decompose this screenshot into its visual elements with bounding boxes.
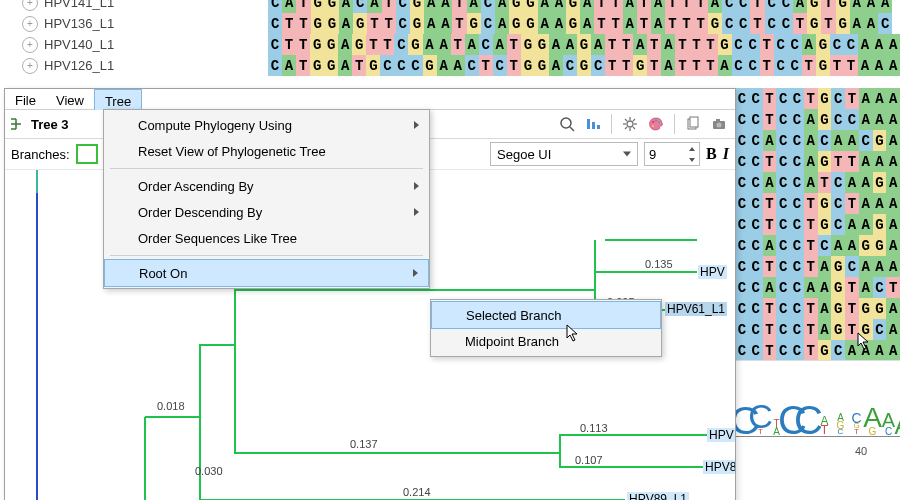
base-cell: G — [831, 277, 845, 298]
base-cell: G — [818, 340, 832, 361]
root-on-submenu: Selected Branch Midpoint Branch — [430, 299, 662, 357]
base-cell: G — [859, 298, 873, 319]
base-cell: T — [689, 55, 703, 76]
base-cell: T — [694, 0, 708, 13]
tip-label[interactable]: HPV89_L1 — [627, 492, 689, 500]
base-cell: C — [380, 55, 394, 76]
base-cell: G — [467, 13, 481, 34]
expand-icon[interactable]: + — [22, 58, 38, 74]
base-cell: A — [763, 235, 777, 256]
base-cell: A — [563, 34, 577, 55]
base-cell: C — [268, 13, 282, 34]
sort-icon[interactable] — [581, 113, 605, 135]
expand-icon[interactable]: + — [22, 0, 38, 11]
base-cell: T — [679, 0, 693, 13]
menu-item-reset-view[interactable]: Reset View of Phylogenetic Tree — [104, 138, 429, 164]
italic-button[interactable]: I — [723, 145, 729, 163]
base-cell: C — [790, 298, 804, 319]
base-cell: C — [353, 0, 367, 13]
tree-title: Tree 3 — [31, 117, 69, 132]
menu-item-order-asc[interactable]: Order Ascending By — [104, 173, 429, 199]
base-cell: G — [423, 55, 437, 76]
alignment-panel-right[interactable]: CCTCCTGCTAAACCTCCAGCCAAACCACCACAACGACCTC… — [735, 88, 900, 361]
font-size-stepper[interactable]: 9 — [644, 142, 700, 166]
base-cell: A — [661, 55, 675, 76]
menu-item-root-on[interactable]: Root On — [104, 259, 429, 287]
chevron-down-icon[interactable] — [685, 154, 699, 165]
chevron-up-icon[interactable] — [685, 143, 699, 154]
base-cell: T — [366, 34, 380, 55]
base-cell: T — [452, 0, 466, 13]
base-cell: T — [451, 34, 465, 55]
tip-label[interactable]: HPV — [707, 428, 735, 442]
base-cell: C — [790, 256, 804, 277]
palette-icon[interactable] — [644, 113, 668, 135]
camera-icon[interactable] — [707, 113, 731, 135]
tip-label[interactable]: HPV61_L1 — [665, 302, 727, 316]
base-cell: A — [886, 256, 900, 277]
base-cell: C — [749, 193, 763, 214]
list-item[interactable]: + HPV140_L1 — [0, 34, 268, 55]
base-cell: T — [763, 151, 777, 172]
base-cell: C — [776, 151, 790, 172]
base-cell: G — [509, 0, 523, 13]
base-cell: T — [804, 88, 818, 109]
base-cell: C — [749, 235, 763, 256]
list-item[interactable]: + HPV141_L1 — [0, 0, 268, 13]
base-cell: T — [804, 235, 818, 256]
expand-icon[interactable]: + — [22, 16, 38, 32]
submenu-midpoint-branch[interactable]: Midpoint Branch — [431, 328, 661, 354]
base-cell: C — [831, 172, 845, 193]
base-cell: A — [858, 34, 872, 55]
menu-item-order-desc[interactable]: Order Descending By — [104, 199, 429, 225]
base-cell: C — [776, 235, 790, 256]
zoom-icon[interactable] — [555, 113, 579, 135]
base-cell: G — [324, 34, 338, 55]
tip-label[interactable]: HPV8 — [703, 460, 735, 474]
base-cell: A — [845, 214, 859, 235]
branch-color-picker[interactable] — [76, 144, 98, 164]
base-cell: G — [873, 172, 887, 193]
sequence-name: HPV126_L1 — [44, 58, 114, 73]
base-cell: T — [689, 34, 703, 55]
expand-icon[interactable]: + — [22, 37, 38, 53]
menu-item-order-like-tree[interactable]: Order Sequences Like Tree — [104, 225, 429, 251]
base-cell: A — [886, 151, 900, 172]
base-cell: C — [465, 55, 479, 76]
base-cell: G — [818, 193, 832, 214]
menu-tree[interactable]: Tree — [94, 89, 142, 110]
copy-icon[interactable] — [681, 113, 705, 135]
base-cell: T — [382, 13, 396, 34]
base-cell: C — [749, 319, 763, 340]
submenu-selected-branch[interactable]: Selected Branch — [431, 301, 661, 329]
base-cell: T — [804, 319, 818, 340]
base-cell: C — [735, 256, 749, 277]
list-item[interactable]: + HPV136_L1 — [0, 13, 268, 34]
list-item[interactable]: + HPV126_L1 — [0, 55, 268, 76]
base-cell: C — [735, 151, 749, 172]
branch-length: 0.030 — [195, 465, 223, 477]
base-cell: A — [282, 0, 296, 13]
base-cell: T — [694, 13, 708, 34]
base-cell: T — [675, 34, 689, 55]
font-family-select[interactable]: Segoe UI — [490, 142, 638, 166]
base-cell: G — [577, 55, 591, 76]
svg-point-15 — [655, 120, 657, 122]
base-cell: T — [296, 13, 310, 34]
base-cell: C — [736, 13, 750, 34]
menu-item-compute-phylogeny[interactable]: Compute Phylogeny Using — [104, 112, 429, 138]
menu-view[interactable]: View — [46, 89, 94, 109]
tip-label[interactable]: HPV — [698, 265, 727, 279]
base-cell: A — [633, 34, 647, 55]
gear-icon[interactable] — [618, 113, 642, 135]
base-cell: T — [802, 55, 816, 76]
base-cell: A — [859, 193, 873, 214]
base-cell: T — [830, 55, 844, 76]
menu-file[interactable]: File — [5, 89, 46, 109]
base-cell: T — [647, 34, 661, 55]
alignment-panel[interactable]: CATGGACATCGAATACAGGAAGATTATATTTACCTCCAGT… — [268, 0, 900, 86]
bold-button[interactable]: B — [706, 145, 717, 163]
base-cell: C — [774, 34, 788, 55]
base-cell: T — [831, 151, 845, 172]
svg-line-13 — [625, 127, 627, 129]
